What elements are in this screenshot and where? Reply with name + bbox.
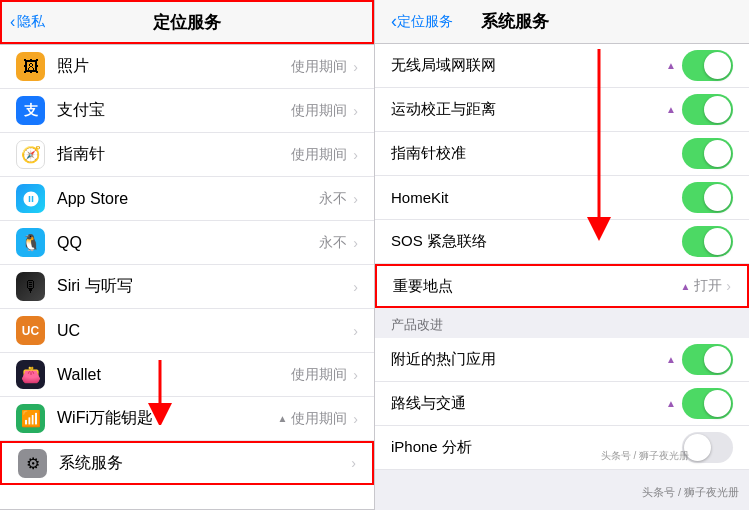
chevron-right-icon: › <box>353 191 358 207</box>
item-label: 指南针校准 <box>391 144 682 163</box>
list-item[interactable]: 🖼 照片 使用期间 › <box>0 45 374 89</box>
right-list-item[interactable]: 路线与交通 ▲ <box>375 382 749 426</box>
item-label: SOS 紧急联络 <box>391 232 682 251</box>
list-item[interactable]: App Store 永不 › <box>0 177 374 221</box>
appstore-icon <box>16 184 45 213</box>
item-label: 路线与交通 <box>391 394 666 413</box>
toggle-switch[interactable] <box>682 50 733 81</box>
chevron-right-icon: › <box>353 323 358 339</box>
toggle-switch[interactable] <box>682 344 733 375</box>
item-value: 使用期间 <box>291 146 347 164</box>
compass-icon: 🧭 <box>16 140 45 169</box>
right-list: 无线局域网联网 ▲ 运动校正与距离 ▲ 指南针校准 HomeKit <box>375 44 749 510</box>
toggle-switch[interactable] <box>682 432 733 463</box>
chevron-right-icon: › <box>353 411 358 427</box>
toggle-switch[interactable] <box>682 94 733 125</box>
system-icon: ⚙ <box>18 449 47 478</box>
item-value: 打开 <box>694 277 722 295</box>
right-back-label[interactable]: 定位服务 <box>397 13 453 31</box>
right-list-item[interactable]: 无线局域网联网 ▲ <box>375 44 749 88</box>
chevron-right-icon: › <box>353 147 358 163</box>
item-label: 照片 <box>57 56 291 77</box>
chevron-right-icon: › <box>353 279 358 295</box>
right-list-item[interactable]: 运动校正与距离 ▲ <box>375 88 749 132</box>
siri-icon: 🎙 <box>16 272 45 301</box>
wallet-icon: 👛 <box>16 360 45 389</box>
item-label: HomeKit <box>391 189 682 206</box>
item-label: WiFi万能钥匙 <box>57 408 277 429</box>
chevron-right-icon: › <box>353 367 358 383</box>
chevron-left-icon: ‹ <box>10 13 15 31</box>
left-back-button[interactable]: ‹ 隐私 <box>10 13 45 31</box>
item-label: UC <box>57 322 353 340</box>
watermark-text: 头条号 / 狮子夜光册 <box>642 485 739 500</box>
list-item[interactable]: 🧭 指南针 使用期间 › <box>0 133 374 177</box>
uc-icon: UC <box>16 316 45 345</box>
chevron-right-icon: › <box>726 278 731 294</box>
location-arrow-icon: ▲ <box>680 281 690 292</box>
right-title: 系统服务 <box>481 10 549 33</box>
item-label: 指南针 <box>57 144 291 165</box>
toggle-switch[interactable] <box>682 182 733 213</box>
important-places-item[interactable]: 重要地点 ▲ 打开 › <box>375 264 749 308</box>
section-header: 产品改进 <box>375 308 749 338</box>
item-label: Siri 与听写 <box>57 276 353 297</box>
location-arrow-icon: ▲ <box>666 354 676 365</box>
left-back-label[interactable]: 隐私 <box>17 13 45 31</box>
item-label: 系统服务 <box>59 453 351 474</box>
photos-icon: 🖼 <box>16 52 45 81</box>
location-arrow-icon: ▲ <box>666 398 676 409</box>
toggle-switch[interactable] <box>682 138 733 169</box>
list-item[interactable]: 支 支付宝 使用期间 › <box>0 89 374 133</box>
list-item[interactable]: 🐧 QQ 永不 › <box>0 221 374 265</box>
toggle-switch[interactable] <box>682 226 733 257</box>
item-value: 使用期间 <box>291 410 347 428</box>
chevron-right-icon: › <box>353 59 358 75</box>
left-header: ‹ 隐私 定位服务 <box>0 0 374 44</box>
item-label: App Store <box>57 190 319 208</box>
right-list-item[interactable]: iPhone 分析 头条号 / 狮子夜光册 <box>375 426 749 470</box>
toggle-switch[interactable] <box>682 388 733 419</box>
list-item[interactable]: UC UC › <box>0 309 374 353</box>
right-list-item[interactable]: 指南针校准 <box>375 132 749 176</box>
item-value: 使用期间 <box>291 102 347 120</box>
item-label: 支付宝 <box>57 100 291 121</box>
left-title: 定位服务 <box>153 11 221 34</box>
item-value: 使用期间 <box>291 366 347 384</box>
item-value: 使用期间 <box>291 58 347 76</box>
right-list-item[interactable]: 附近的热门应用 ▲ <box>375 338 749 382</box>
item-value: 永不 <box>319 234 347 252</box>
right-header: ‹ 定位服务 系统服务 <box>375 0 749 44</box>
right-back-button[interactable]: ‹ 定位服务 <box>391 11 453 32</box>
wifi-icon: 📶 <box>16 404 45 433</box>
right-list-item[interactable]: HomeKit <box>375 176 749 220</box>
chevron-right-icon: › <box>353 235 358 251</box>
list-item[interactable]: 👛 Wallet 使用期间 › <box>0 353 374 397</box>
alipay-icon: 支 <box>16 96 45 125</box>
list-item[interactable]: 📶 WiFi万能钥匙 ▲ 使用期间 › <box>0 397 374 441</box>
item-value: 永不 <box>319 190 347 208</box>
item-label: QQ <box>57 234 319 252</box>
chevron-right-icon: › <box>351 455 356 471</box>
list-item[interactable]: 🎙 Siri 与听写 › <box>0 265 374 309</box>
location-arrow-icon: ▲ <box>666 104 676 115</box>
location-arrow-icon: ▲ <box>277 413 287 424</box>
item-label: 无线局域网联网 <box>391 56 666 75</box>
item-label: 运动校正与距离 <box>391 100 666 119</box>
item-label: Wallet <box>57 366 291 384</box>
right-list-item[interactable]: SOS 紧急联络 <box>375 220 749 264</box>
item-label: 重要地点 <box>393 277 680 296</box>
location-arrow-icon: ▲ <box>666 60 676 71</box>
qq-icon: 🐧 <box>16 228 45 257</box>
chevron-right-icon: › <box>353 103 358 119</box>
left-list: 🖼 照片 使用期间 › 支 支付宝 使用期间 › 🧭 指南针 使用期间 › <box>0 44 374 510</box>
watermark: 头条号 / 狮子夜光册 <box>601 449 689 463</box>
item-label: 附近的热门应用 <box>391 350 666 369</box>
system-services-item[interactable]: ⚙ 系统服务 › <box>0 441 374 485</box>
